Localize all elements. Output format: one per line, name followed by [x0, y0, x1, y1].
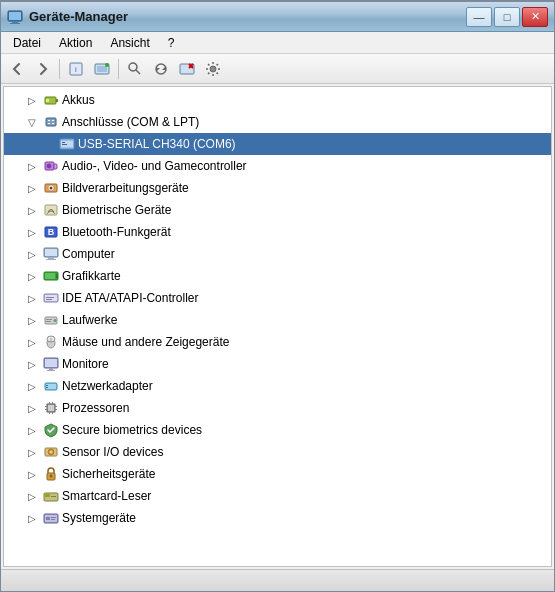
label-smartcard: Smartcard-Leser: [62, 489, 151, 503]
expand-sicherheit[interactable]: ▷: [24, 466, 40, 482]
label-audio: Audio-, Video- und Gamecontroller: [62, 159, 247, 173]
main-content: ▷ Akkus ▽: [1, 84, 554, 569]
svg-rect-61: [46, 384, 56, 389]
properties-button[interactable]: i: [64, 58, 88, 80]
tree-item-anschluesse[interactable]: ▽ Anschlüsse (COM & LPT): [4, 111, 551, 133]
device-manager-window: Geräte-Manager — □ ✕ Datei Aktion Ansich…: [0, 0, 555, 592]
svg-rect-73: [52, 412, 53, 414]
icon-bildverarbeitung: [43, 180, 59, 196]
svg-rect-57: [45, 359, 57, 367]
svg-rect-18: [56, 99, 58, 102]
expand-audio[interactable]: ▷: [24, 158, 40, 174]
forward-button[interactable]: [31, 58, 55, 80]
label-anschluesse: Anschlüsse (COM & LPT): [62, 115, 199, 129]
svg-rect-19: [46, 99, 49, 102]
driver-button[interactable]: [90, 58, 114, 80]
svg-rect-81: [51, 496, 56, 497]
maximize-button[interactable]: □: [494, 7, 520, 27]
expand-ide[interactable]: ▷: [24, 290, 40, 306]
svg-rect-48: [46, 299, 52, 300]
expand-netzwerk[interactable]: ▷: [24, 378, 40, 394]
toolbar: i: [1, 54, 554, 84]
tree-item-ide[interactable]: ▷ IDE ATA/ATAPI-Controller: [4, 287, 551, 309]
search-button[interactable]: [123, 58, 147, 80]
tree-item-sensor[interactable]: ▷ Sensor I/O devices: [4, 441, 551, 463]
tree-item-monitore[interactable]: ▷ Monitore: [4, 353, 551, 375]
tree-item-bluetooth[interactable]: ▷ B Bluetooth-Funkgerät: [4, 221, 551, 243]
tree-item-usb-serial[interactable]: USB-SERIAL CH340 (COM6): [4, 133, 551, 155]
label-secure-bio: Secure biometrics devices: [62, 423, 202, 437]
icon-netzwerk: [43, 378, 59, 394]
device-tree[interactable]: ▷ Akkus ▽: [3, 86, 552, 567]
icon-smartcard: [43, 488, 59, 504]
tree-item-netzwerk[interactable]: ▷ Netzwerkadapter: [4, 375, 551, 397]
icon-sicherheit: [43, 466, 59, 482]
label-bluetooth: Bluetooth-Funkgerät: [62, 225, 171, 239]
svg-point-16: [210, 66, 216, 72]
icon-bluetooth: B: [43, 224, 59, 240]
icon-monitore: [43, 356, 59, 372]
remove-button[interactable]: [175, 58, 199, 80]
menu-aktion[interactable]: Aktion: [51, 34, 100, 52]
expand-laufwerke[interactable]: ▷: [24, 312, 40, 328]
expand-usb-serial[interactable]: [40, 136, 56, 152]
minimize-button[interactable]: —: [466, 7, 492, 27]
settings-button[interactable]: [201, 58, 225, 80]
tree-item-sicherheit[interactable]: ▷ Sicherheitsgeräte: [4, 463, 551, 485]
expand-monitore[interactable]: ▷: [24, 356, 40, 372]
expand-biometrisch[interactable]: ▷: [24, 202, 40, 218]
svg-rect-65: [48, 405, 54, 411]
tree-item-smartcard[interactable]: ▷ Smartcard-Leser: [4, 485, 551, 507]
close-button[interactable]: ✕: [522, 7, 548, 27]
svg-rect-68: [55, 406, 57, 407]
tree-item-audio[interactable]: ▷ Audio-, Video- und Gamecontroller: [4, 155, 551, 177]
expand-systemgeraete[interactable]: ▷: [24, 510, 40, 526]
expand-secure-bio[interactable]: ▷: [24, 422, 40, 438]
expand-grafikkarte[interactable]: ▷: [24, 268, 40, 284]
svg-line-10: [136, 70, 140, 74]
expand-bluetooth[interactable]: ▷: [24, 224, 40, 240]
icon-computer: [43, 246, 59, 262]
tree-item-laufwerke[interactable]: ▷ Laufwerke: [4, 309, 551, 331]
svg-rect-85: [51, 517, 56, 518]
tree-item-secure-bio[interactable]: ▷ Secure biometrics devices: [4, 419, 551, 441]
menu-ansicht[interactable]: Ansicht: [102, 34, 157, 52]
tree-item-systemgeraete[interactable]: ▷ Systemgeräte: [4, 507, 551, 529]
svg-rect-39: [45, 249, 57, 256]
expand-sensor[interactable]: ▷: [24, 444, 40, 460]
svg-point-34: [50, 187, 53, 190]
expand-akkus[interactable]: ▷: [24, 92, 40, 108]
menu-datei[interactable]: Datei: [5, 34, 49, 52]
label-monitore: Monitore: [62, 357, 109, 371]
label-computer: Computer: [62, 247, 115, 261]
tree-item-biometrisch[interactable]: ▷ Biometrische Geräte: [4, 199, 551, 221]
tree-item-grafikkarte[interactable]: ▷ Grafikkarte: [4, 265, 551, 287]
expand-smartcard[interactable]: ▷: [24, 488, 40, 504]
expand-computer[interactable]: ▷: [24, 246, 40, 262]
tree-item-prozessoren[interactable]: ▷ Prozessoren: [4, 397, 551, 419]
svg-rect-66: [45, 406, 47, 407]
icon-akkus: [43, 92, 59, 108]
icon-audio: [43, 158, 59, 174]
tree-item-akkus[interactable]: ▷ Akkus: [4, 89, 551, 111]
svg-text:i: i: [75, 65, 77, 74]
expand-maeuse[interactable]: ▷: [24, 334, 40, 350]
svg-rect-20: [46, 118, 56, 126]
expand-anschluesse[interactable]: ▽: [24, 114, 40, 130]
menu-help[interactable]: ?: [160, 34, 183, 52]
icon-biometrisch: [43, 202, 59, 218]
svg-rect-67: [45, 409, 47, 410]
refresh-button[interactable]: [149, 58, 173, 80]
expand-prozessoren[interactable]: ▷: [24, 400, 40, 416]
toolbar-sep-2: [118, 59, 119, 79]
tree-item-computer[interactable]: ▷ Computer: [4, 243, 551, 265]
tree-item-bildverarbeitung[interactable]: ▷ Bildverarbeitungsgeräte: [4, 177, 551, 199]
svg-rect-7: [97, 66, 107, 72]
svg-point-76: [50, 451, 53, 454]
svg-point-31: [47, 164, 51, 168]
back-button[interactable]: [5, 58, 29, 80]
svg-point-9: [129, 63, 137, 71]
expand-bildverarbeitung[interactable]: ▷: [24, 180, 40, 196]
tree-item-maeuse[interactable]: ▷ Mäuse und andere Zeigegeräte: [4, 331, 551, 353]
svg-rect-21: [48, 120, 50, 121]
